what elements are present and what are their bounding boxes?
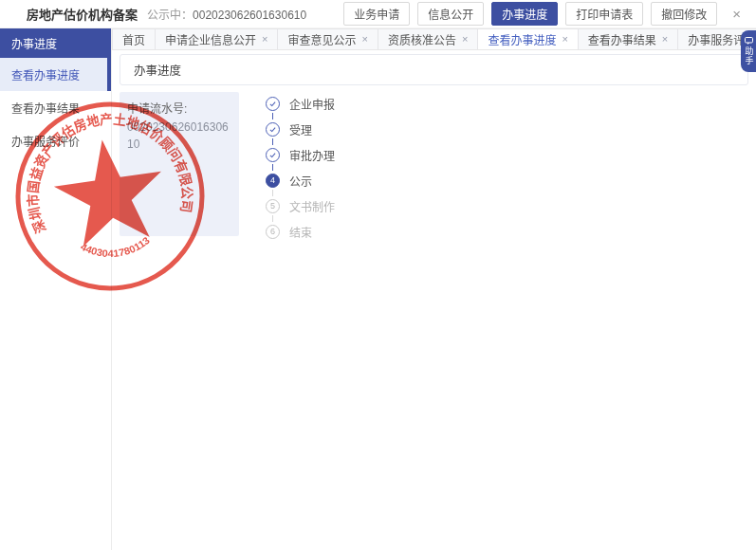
chat-icon <box>745 37 753 45</box>
tab-company-info[interactable]: 申请企业信息公开 × <box>155 28 278 49</box>
tab-close-icon[interactable]: × <box>662 34 668 45</box>
top-header: 房地产估价机构备案 公示中： 002023062601630610 业务申请 信… <box>0 0 756 28</box>
serial-value: 002023062601630610 <box>127 119 231 154</box>
step-label: 审批办理 <box>289 147 335 163</box>
tab-home[interactable]: 首页 <box>112 28 156 49</box>
tab-label: 首页 <box>122 31 145 47</box>
step-label: 结束 <box>289 224 312 240</box>
step-publicity: 4 公示 <box>266 173 335 188</box>
tab-bar: 首页 申请企业信息公开 × 审查意见公示 × 资质核准公告 × 查看办事进度 ×… <box>112 28 756 50</box>
step-approval: 审批办理 <box>266 147 335 162</box>
content-body: 申请流水号: 002023062601630610 企业申报 受理 <box>112 85 756 239</box>
sidebar-item-service-rating[interactable]: 办事服务评价 <box>0 124 111 157</box>
tab-label: 查看办事进度 <box>488 31 556 47</box>
assistant-label: 助手 <box>745 46 753 65</box>
step-number: 4 <box>266 174 280 188</box>
tab-close-icon[interactable]: × <box>562 34 567 45</box>
step-number: 5 <box>266 199 280 213</box>
tab-view-progress[interactable]: 查看办事进度 × <box>477 28 578 49</box>
step-label: 文书制作 <box>289 198 335 214</box>
step-connector <box>272 190 273 196</box>
sidebar-item-view-progress[interactable]: 查看办事进度 <box>0 58 111 91</box>
tab-close-icon[interactable]: × <box>361 34 367 45</box>
status-label: 公示中： <box>147 6 193 22</box>
step-enterprise-declare: 企业申报 <box>266 96 335 111</box>
step-connector <box>272 138 273 145</box>
page-title: 房地产估价机构备案 <box>27 5 138 23</box>
step-connector <box>272 164 273 171</box>
print-application-button[interactable]: 打印申请表 <box>565 2 643 26</box>
sidebar-item-view-result[interactable]: 查看办事结果 <box>0 91 111 124</box>
header-actions: 业务申请 信息公开 办事进度 打印申请表 撤回修改 × <box>343 2 756 26</box>
progress-stepper: 企业申报 受理 审批办理 4 <box>266 92 335 239</box>
content-panel-title: 办事进度 <box>120 54 748 85</box>
step-number: 6 <box>266 225 280 239</box>
step-label: 受理 <box>289 121 312 138</box>
app-window: 房地产估价机构备案 公示中： 002023062601630610 业务申请 信… <box>0 0 756 550</box>
serial-label: 申请流水号: <box>127 101 231 119</box>
step-connector <box>272 113 273 119</box>
info-disclosure-button[interactable]: 信息公开 <box>417 2 484 26</box>
step-document-making: 5 文书制作 <box>266 198 335 213</box>
step-check-icon <box>266 122 280 137</box>
step-accepted: 受理 <box>266 121 335 137</box>
status-serial-number: 002023062601630610 <box>193 9 306 22</box>
business-apply-button[interactable]: 业务申请 <box>343 2 410 26</box>
serial-number-panel: 申请流水号: 002023062601630610 <box>120 92 239 236</box>
tab-view-result[interactable]: 查看办事结果 × <box>578 28 678 49</box>
tab-qualification-notice[interactable]: 资质核准公告 × <box>378 28 478 49</box>
assistant-button[interactable]: 助手 <box>741 30 756 72</box>
header-left: 房地产估价机构备案 公示中： 002023062601630610 <box>0 5 306 23</box>
tab-review-opinion[interactable]: 审查意见公示 × <box>277 28 378 49</box>
withdraw-modify-button[interactable]: 撤回修改 <box>651 2 717 26</box>
tab-close-icon[interactable]: × <box>462 34 468 45</box>
step-check-icon <box>266 148 280 162</box>
close-icon[interactable]: × <box>732 7 741 21</box>
step-connector <box>272 215 273 222</box>
sidebar-title: 办事进度 <box>0 28 111 58</box>
tab-label: 审查意见公示 <box>287 31 356 47</box>
progress-button[interactable]: 办事进度 <box>491 2 558 26</box>
step-label: 企业申报 <box>289 96 335 112</box>
step-label: 公示 <box>289 173 312 189</box>
tab-label: 查看办事结果 <box>588 31 656 47</box>
main-area: 首页 申请企业信息公开 × 审查意见公示 × 资质核准公告 × 查看办事进度 ×… <box>112 28 756 550</box>
step-check-icon <box>266 97 280 111</box>
tab-label: 申请企业信息公开 <box>165 31 256 47</box>
tab-close-icon[interactable]: × <box>262 34 267 45</box>
sidebar: 办事进度 查看办事进度 查看办事结果 办事服务评价 <box>0 28 112 550</box>
tab-label: 资质核准公告 <box>388 31 456 47</box>
step-finish: 6 结束 <box>266 224 335 239</box>
